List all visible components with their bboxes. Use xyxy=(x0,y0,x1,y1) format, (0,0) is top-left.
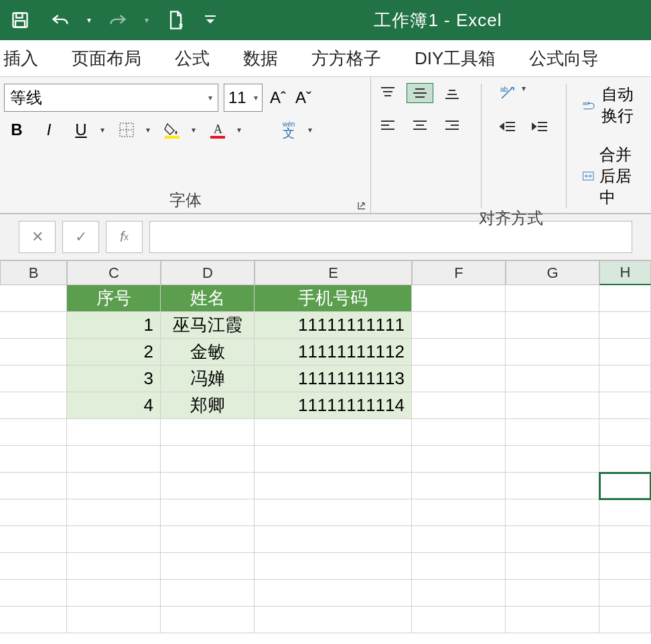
bold-button[interactable]: B xyxy=(7,120,27,140)
font-color-button[interactable]: A xyxy=(208,120,228,140)
underline-button[interactable]: U xyxy=(71,120,91,140)
cell[interactable] xyxy=(412,473,506,499)
col-header-E[interactable]: E xyxy=(255,261,412,285)
align-top-button[interactable] xyxy=(375,84,401,102)
cell-header-name[interactable]: 姓名 xyxy=(161,285,255,312)
cell[interactable] xyxy=(161,580,255,607)
cell-header-phone[interactable]: 手机号码 xyxy=(255,285,412,312)
cell[interactable] xyxy=(506,607,599,633)
cell-name[interactable]: 巫马江霞 xyxy=(161,312,255,339)
cell[interactable] xyxy=(412,339,506,366)
tab-insert[interactable]: 插入 xyxy=(3,47,38,70)
cell[interactable] xyxy=(255,419,412,446)
increase-indent-button[interactable] xyxy=(530,117,550,137)
cell[interactable] xyxy=(0,473,67,499)
col-header-B[interactable]: B xyxy=(0,261,67,285)
cell[interactable] xyxy=(506,526,599,553)
cell[interactable] xyxy=(255,580,412,607)
cell-name[interactable]: 金敏 xyxy=(161,339,255,366)
cell[interactable] xyxy=(412,312,506,339)
cell-phone[interactable]: 11111111111 xyxy=(255,312,412,339)
italic-button[interactable]: I xyxy=(39,120,59,140)
chevron-down-icon[interactable]: ▾ xyxy=(522,84,526,104)
col-header-G[interactable]: G xyxy=(506,261,599,285)
align-left-button[interactable] xyxy=(375,116,401,135)
cell[interactable] xyxy=(506,473,599,499)
cell[interactable] xyxy=(0,366,67,392)
cell[interactable] xyxy=(599,526,651,553)
cell[interactable] xyxy=(412,580,506,607)
cell[interactable] xyxy=(412,526,506,553)
accept-formula-button[interactable]: ✓ xyxy=(62,221,99,253)
redo-button[interactable] xyxy=(104,7,131,33)
cell[interactable] xyxy=(255,473,412,499)
cell[interactable] xyxy=(161,553,255,580)
tab-fangfang[interactable]: 方方格子 xyxy=(311,47,381,70)
cell[interactable] xyxy=(255,446,412,473)
cell[interactable] xyxy=(0,580,67,607)
cell[interactable] xyxy=(506,312,599,339)
cell[interactable] xyxy=(599,553,651,580)
cancel-formula-button[interactable]: ✕ xyxy=(19,221,56,253)
cell[interactable] xyxy=(67,419,161,446)
tab-page-layout[interactable]: 页面布局 xyxy=(72,47,141,70)
cell[interactable] xyxy=(506,419,599,446)
cell[interactable] xyxy=(506,446,599,473)
cell[interactable] xyxy=(599,392,651,419)
cell[interactable] xyxy=(506,285,599,312)
cell-name[interactable]: 郑卿 xyxy=(161,392,255,419)
phonetic-guide-button[interactable]: wén文 xyxy=(279,120,299,140)
font-name-combo[interactable]: 等线 ▾ xyxy=(4,84,218,112)
cell[interactable] xyxy=(506,580,599,607)
borders-button[interactable] xyxy=(117,120,137,140)
cell[interactable] xyxy=(161,473,255,499)
cell-phone[interactable]: 11111111114 xyxy=(255,392,412,419)
cell[interactable] xyxy=(0,607,67,633)
col-header-C[interactable]: C xyxy=(67,261,161,285)
wrap-text-button[interactable]: ab 自动换行 xyxy=(583,84,647,127)
cell[interactable] xyxy=(599,446,651,473)
cell-idx[interactable]: 3 xyxy=(67,366,161,392)
cell-idx[interactable]: 4 xyxy=(67,392,161,419)
cell[interactable] xyxy=(0,526,67,553)
cell[interactable] xyxy=(67,553,161,580)
cell[interactable] xyxy=(599,499,651,526)
align-bottom-button[interactable] xyxy=(439,84,465,102)
cell[interactable] xyxy=(506,339,599,366)
cell[interactable] xyxy=(412,499,506,526)
fill-color-button[interactable] xyxy=(162,120,182,140)
cell[interactable] xyxy=(506,499,599,526)
cell[interactable] xyxy=(599,312,651,339)
cell[interactable] xyxy=(599,607,651,633)
increase-font-button[interactable]: Aˆ xyxy=(268,88,288,108)
undo-button[interactable] xyxy=(47,7,74,33)
cell[interactable] xyxy=(67,446,161,473)
cell[interactable] xyxy=(412,285,506,312)
cell[interactable] xyxy=(255,553,412,580)
dialog-launcher-icon[interactable] xyxy=(357,201,366,210)
decrease-indent-button[interactable] xyxy=(498,117,518,137)
cell[interactable] xyxy=(0,285,67,312)
cell[interactable] xyxy=(255,607,412,633)
cell[interactable] xyxy=(599,339,651,366)
cell[interactable] xyxy=(0,499,67,526)
cell[interactable] xyxy=(67,607,161,633)
cell-idx[interactable]: 1 xyxy=(67,312,161,339)
cell-idx[interactable]: 2 xyxy=(67,339,161,366)
cell[interactable] xyxy=(161,607,255,633)
merge-center-button[interactable]: 合并后居中 xyxy=(583,144,647,208)
cell[interactable] xyxy=(506,392,599,419)
cell[interactable] xyxy=(412,392,506,419)
save-button[interactable] xyxy=(7,7,33,33)
cell[interactable] xyxy=(0,553,67,580)
active-cell[interactable] xyxy=(599,473,651,499)
cell[interactable] xyxy=(599,419,651,446)
cell[interactable] xyxy=(67,526,161,553)
insert-function-button[interactable]: fx xyxy=(106,221,143,253)
cell[interactable] xyxy=(255,499,412,526)
align-right-button[interactable] xyxy=(439,116,465,135)
cell[interactable] xyxy=(506,366,599,392)
cell[interactable] xyxy=(599,285,651,312)
col-header-H[interactable]: H xyxy=(599,261,651,285)
font-size-combo[interactable]: 11 ▾ xyxy=(224,84,263,112)
